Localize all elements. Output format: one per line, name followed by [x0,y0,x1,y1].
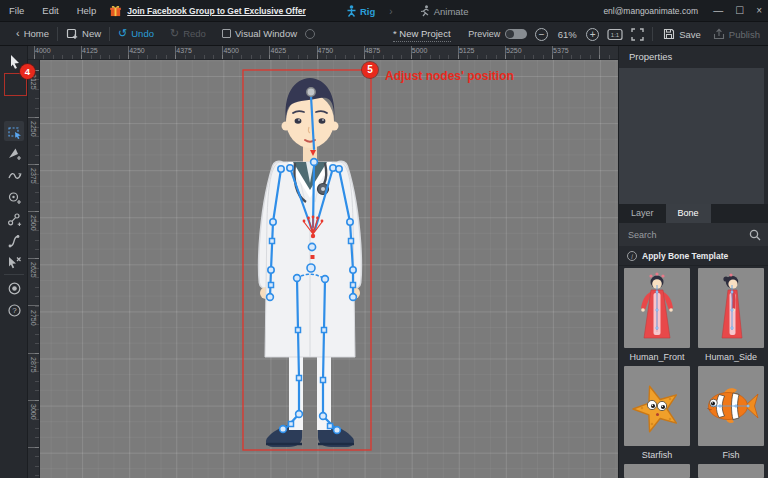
step4-badge: 4 [20,64,35,79]
save-button[interactable]: Save [661,22,703,46]
fullscreen-icon[interactable] [631,28,644,41]
show-bones-toggle[interactable] [4,278,24,298]
settings-circle-icon[interactable] [305,29,315,39]
visual-window-toggle[interactable]: Visual Window [214,22,305,45]
publish-button[interactable]: Publish [711,22,762,46]
back-chevron-icon: ‹ [16,28,20,39]
title-bar: File Edit Help Join Facebook Group to Ge… [0,0,768,22]
menu-help[interactable]: Help [68,5,106,16]
pen-add-icon [7,146,22,161]
help-icon: ? [7,303,22,318]
template-human-side-thumb[interactable] [698,268,764,348]
menu-edit[interactable]: Edit [33,5,67,16]
cursor-delete-icon [7,255,22,270]
curve-bone-tool[interactable] [4,231,24,251]
bone-chain-icon [7,212,22,227]
curve-tool[interactable] [4,165,24,185]
window-controls: — ☐ × [713,0,762,22]
template-human-side[interactable]: Human_Side [698,268,764,366]
redo-button[interactable]: ↻ Redo [162,22,214,45]
tools-sidebar: ? [0,46,28,478]
h-ruler-label: 4000 [35,47,51,54]
template-partial-right[interactable] [698,464,764,478]
template-fish[interactable]: Fish [698,366,764,464]
app-window: File Edit Help Join Facebook Group to Ge… [0,0,768,478]
add-bone-node-tool[interactable] [4,187,24,207]
search-input[interactable] [619,230,749,240]
template-starfish[interactable]: Starfish [624,366,690,464]
v-ruler-label: 2375 [30,168,37,184]
h-ruler-label: 5125 [459,47,475,54]
right-panel: Properties Layer Bone i Apply Bone Templ… [618,46,768,478]
h-ruler-label: 4375 [176,47,192,54]
h-ruler-label: 5375 [553,47,569,54]
apply-bone-template-header: i Apply Bone Template [619,246,768,266]
template-fish-thumb[interactable] [698,366,764,446]
mode-switcher: Rig › Animate [346,0,469,22]
minimize-button[interactable]: — [713,6,723,16]
redo-icon: ↻ [170,28,179,39]
undo-button[interactable]: ↺ Undo [110,22,162,45]
info-icon: i [627,251,637,261]
step5-badge: 5 [362,62,378,78]
record-circle-icon [7,281,22,296]
h-ruler: 4000412542504375450046254750487550005125… [28,46,618,60]
template-label: Fish [698,446,764,464]
maximize-button[interactable]: ☐ [735,6,744,16]
properties-content [619,68,764,204]
home-button[interactable]: ‹ Home [8,22,57,45]
template-partial-left[interactable] [624,464,690,478]
preview-toggle[interactable] [505,29,527,39]
zoom-in-button[interactable]: + [586,28,599,41]
template-human-front[interactable]: Human_Front [624,268,690,366]
template-label: Starfish [624,446,690,464]
v-ruler-label: 2500 [30,215,37,231]
search-bar [619,223,768,246]
animate-run-icon [419,5,431,17]
delete-node-tool[interactable] [4,252,24,272]
v-ruler-label: 2875 [30,357,37,373]
h-ruler-label: 4750 [318,47,334,54]
actual-size-icon[interactable]: 1:1 [607,28,623,41]
v-ruler: 21252250237525002625275028753000 [28,60,40,478]
tab-animate[interactable]: Animate [419,5,469,17]
wave-arrow-icon [7,169,22,182]
search-icon[interactable] [749,229,761,241]
account-email: enl@mangoanimate.com [603,0,698,22]
v-ruler-label: 2625 [30,262,37,278]
bone-link-tool[interactable] [4,209,24,229]
node-select-tool[interactable] [4,121,24,141]
layer-bone-tabs: Layer Bone [619,204,768,223]
tab-rig[interactable]: Rig [346,5,375,17]
template-label: Human_Side [698,348,764,366]
stage-canvas[interactable] [40,60,618,478]
facebook-promo-link[interactable]: Join Facebook Group to Get Exclusive Off… [127,6,306,16]
menu-file[interactable]: File [0,5,33,16]
publish-upload-icon [713,28,725,40]
close-button[interactable]: × [756,6,762,16]
new-button[interactable]: New [58,22,109,45]
tab-bone[interactable]: Bone [666,204,711,223]
h-ruler-label: 4500 [223,47,239,54]
h-ruler-label: 4250 [129,47,145,54]
add-point-tool[interactable] [4,143,24,163]
svg-text:1:1: 1:1 [611,32,620,38]
h-ruler-label: 4875 [365,47,381,54]
template-starfish-thumb[interactable] [624,366,690,446]
bone-template-grid: Human_Front [619,268,768,478]
visual-window-checkbox[interactable] [222,29,231,38]
project-name: * New Project [393,28,451,42]
undo-icon: ↺ [118,28,127,39]
h-ruler-label: 5250 [506,47,522,54]
properties-title: Properties [619,46,768,68]
tab-layer[interactable]: Layer [619,204,666,223]
save-floppy-icon [663,28,675,40]
template-human-front-thumb[interactable] [624,268,690,348]
new-project-icon [66,28,78,40]
help-button[interactable]: ? [4,300,24,320]
zoom-out-button[interactable]: − [535,28,548,41]
target-add-icon [7,190,22,205]
preview-control: Preview [468,29,527,39]
s-curve-icon [7,234,21,248]
step5-annotation-text: Adjust nodes' position [385,69,514,83]
